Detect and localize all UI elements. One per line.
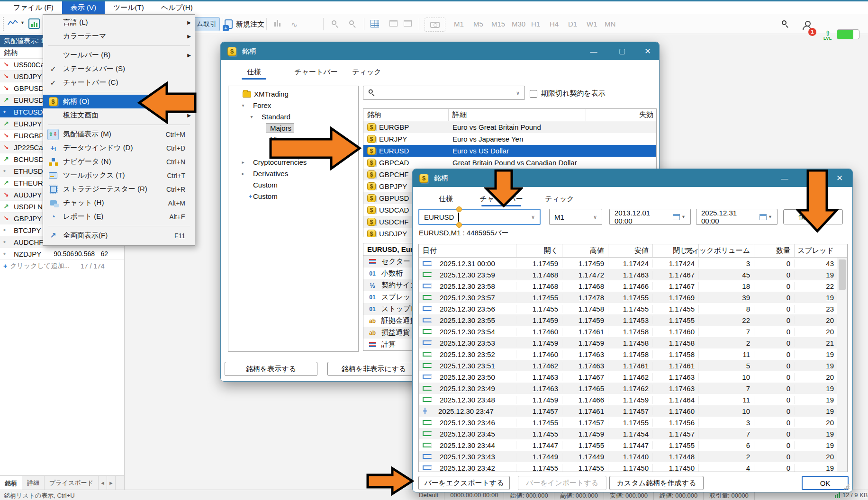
tree-item[interactable]: Cryptocurrencies [228, 156, 358, 168]
tree-item[interactable]: Standard [228, 111, 358, 122]
tab-chart-bars[interactable]: チャートバー [291, 66, 340, 79]
tile-windows-icon[interactable] [389, 20, 398, 27]
col-date[interactable]: 日付 [419, 244, 516, 257]
bar-table-row[interactable]: 2025.12.30 23:42 1.17455 1.17455 1.17450… [419, 462, 847, 472]
tree-item[interactable]: XMTrading [228, 88, 358, 99]
chevron-icon[interactable] [240, 171, 246, 176]
bar-table-row[interactable]: 2025.12.30 23:44 1.17447 1.17455 1.17447… [419, 439, 847, 451]
menu-item-navigator[interactable]: ナビゲータ (N)Ctrl+N [43, 155, 195, 169]
menu-item-dom[interactable]: 板注文画面▶ [43, 108, 195, 122]
chevron-icon[interactable] [240, 160, 246, 165]
tree-item[interactable]: Custom [228, 179, 358, 190]
menu-item-fullscreen[interactable]: ↗全画面表示(F)F11 [43, 229, 195, 242]
menu-file[interactable]: ファイル (F) [5, 1, 62, 14]
bar-table-row[interactable]: 2025.12.30 23:45 1.17455 1.17459 1.17454… [419, 428, 847, 439]
bar-table-row[interactable]: 2025.12.30 23:47 1.17457 1.17461 1.17457… [419, 405, 847, 417]
tab-priceboard[interactable]: プライスボード [45, 476, 99, 490]
tab-chart-bars[interactable]: チャートバー [477, 193, 525, 205]
zoom-in-icon[interactable] [332, 20, 339, 30]
vertical-scrollbar[interactable] [837, 258, 847, 472]
menu-item-strategy-tester[interactable]: ストラテジーテスター (R)Ctrl+R [43, 182, 195, 196]
symbols-table-header[interactable]: 銘柄 詳細 失効 [363, 109, 656, 121]
timeframe-h1[interactable]: H1 [531, 20, 540, 28]
symbol-table-row[interactable]: $EURUSD Euro vs US Dollar [363, 145, 656, 157]
zoom-out-icon[interactable] [349, 20, 357, 30]
symbol-table-row[interactable]: $EURJPY Euro vs Japanese Yen [363, 133, 656, 145]
col-tick-volume[interactable]: ティックボリューム [699, 244, 754, 257]
show-symbol-button[interactable]: 銘柄を表示する [225, 362, 317, 376]
date-from-picker[interactable]: 2013.12.01 00:00 ▼ [609, 209, 691, 225]
bar-table-row[interactable]: 2025.12.30 23:59 1.17468 1.17472 1.17463… [419, 269, 847, 280]
bar-table-row[interactable]: 2025.12.30 23:48 1.17459 1.17466 1.17459… [419, 394, 847, 405]
bar-table-row[interactable]: 2025.12.30 23:58 1.17468 1.17468 1.17466… [419, 280, 847, 292]
symbol-table-row[interactable]: $GBPCAD Great Britain Pound vs Canadian … [363, 157, 656, 169]
col-open[interactable]: 開く [516, 244, 562, 257]
resize-grip[interactable] [844, 484, 850, 490]
cascade-windows-icon[interactable] [404, 20, 412, 27]
grid-icon[interactable] [371, 20, 379, 27]
chevron-icon[interactable] [248, 114, 255, 119]
toolbar-drag-handle[interactable] [3, 17, 4, 31]
col-symbol[interactable]: 銘柄 [363, 109, 449, 121]
tree-item[interactable]: Custom [228, 190, 358, 202]
tree-item[interactable]: Forex [228, 99, 358, 111]
menu-view[interactable]: 表示 (V) [62, 1, 105, 14]
market-watch-row[interactable]: NZDJPY 90.506 90.568 62 [0, 248, 124, 260]
timeframe-select[interactable]: M1 ∨ [549, 209, 602, 225]
market-watch-toolbar-button[interactable] [28, 18, 40, 29]
bar-table-row[interactable]: 2025.12.30 23:57 1.17455 1.17478 1.17455… [419, 292, 847, 303]
tab-details[interactable]: 詳細 [22, 476, 45, 490]
bar-table-row[interactable]: 2025.12.30 23:51 1.17462 1.17463 1.17461… [419, 360, 847, 371]
bar-table-row[interactable]: 2025.12.30 23:54 1.17460 1.17461 1.17458… [419, 326, 847, 337]
tab-spec[interactable]: 仕様 [244, 66, 264, 79]
tree-item[interactable]: Majors [228, 122, 358, 134]
bars-table-header[interactable]: 日付 開く 高値 安値 閉じる ティックボリューム 数量 スプレッド [419, 244, 847, 258]
new-order-button[interactable]: 新規注文 [225, 18, 264, 30]
col-expiry[interactable]: 失効 [586, 109, 657, 121]
scrollbar-thumb[interactable] [839, 259, 846, 290]
menu-item-data-window[interactable]: +ᵢデータウインドウ (D)Ctrl+D [43, 141, 195, 155]
tree-item[interactable]: Derivatives [228, 168, 358, 179]
tab-ticks[interactable]: ティック [349, 66, 384, 79]
search-icon[interactable] [782, 20, 789, 29]
menu-item-report[interactable]: ◔レポート (E)Alt+E [43, 210, 195, 223]
bar-table-row[interactable]: 2025.12.30 23:53 1.17459 1.17459 1.17458… [419, 337, 847, 348]
menu-item-toolbars[interactable]: ツールバー (B)▶ [43, 48, 195, 62]
date-to-picker[interactable]: 2025.12.31 00:00 ▼ [696, 209, 778, 225]
menu-item-chat[interactable]: チャット (H)Alt+M [43, 196, 195, 210]
request-info-button[interactable]: 情報呼出 [783, 209, 843, 224]
col-low[interactable]: 安値 [608, 244, 653, 257]
bar-chart-icon[interactable] [274, 19, 281, 29]
close-icon[interactable]: ✕ [829, 169, 850, 187]
menu-item-chartbar[interactable]: ✓チャートバー (C) [43, 76, 195, 89]
menu-item-market-watch[interactable]: ⇧⇩気配値表示 (M)Ctrl+M [43, 127, 195, 141]
timeframe-m1[interactable]: M1 [454, 20, 464, 28]
tab-symbols[interactable]: 銘柄 [0, 476, 22, 490]
bar-table-row[interactable]: 2025.12.30 23:52 1.17460 1.17463 1.17458… [419, 348, 847, 360]
menu-item-color-theme[interactable]: カラーテーマ▶ [43, 29, 195, 43]
close-icon[interactable]: ✕ [637, 42, 659, 60]
bar-table-row[interactable]: 2025.12.30 23:50 1.17463 1.17467 1.17462… [419, 371, 847, 383]
timeframe-h4[interactable]: H4 [550, 20, 559, 28]
menu-item-language[interactable]: 言語 (L)▶ [43, 16, 195, 29]
expired-contracts-checkbox[interactable]: 期限切れ契約を表示 [530, 89, 606, 98]
export-bars-button[interactable]: バーをエクスポートする [418, 476, 510, 490]
timeframe-m5[interactable]: M5 [473, 20, 483, 28]
level-indicator-icon[interactable]: ⇧LVL [823, 30, 832, 41]
bar-table-row[interactable]: 2025.12.30 23:55 1.17459 1.17459 1.17453… [419, 314, 847, 326]
col-volume[interactable]: 数量 [754, 244, 795, 257]
timeframe-w1[interactable]: W1 [587, 20, 597, 28]
bar-table-row[interactable]: 2025.12.30 23:49 1.17463 1.17465 1.17462… [419, 383, 847, 394]
bar-table-row[interactable]: 2025.12.30 23:46 1.17455 1.17457 1.17455… [419, 417, 847, 428]
timeframe-mn[interactable]: MN [605, 20, 615, 28]
screenshot-camera-icon[interactable] [425, 18, 445, 32]
col-high[interactable]: 高値 [562, 244, 608, 257]
create-custom-symbol-button[interactable]: カスタム銘柄を作成する [609, 476, 704, 490]
timeframe-m15[interactable]: M15 [491, 20, 505, 28]
timeframe-d1[interactable]: D1 [568, 20, 577, 28]
timeframe-m30[interactable]: M30 [512, 20, 525, 28]
tabs-scroll-right[interactable]: ► [107, 476, 116, 490]
click-to-add-row[interactable]: + クリックして追加... 17 / 174 [0, 260, 124, 272]
menu-item-statusbar[interactable]: ✓ステータスバー (S) [43, 62, 195, 76]
menu-item-toolbox[interactable]: ツールボックス (T)Ctrl+T [43, 169, 195, 182]
